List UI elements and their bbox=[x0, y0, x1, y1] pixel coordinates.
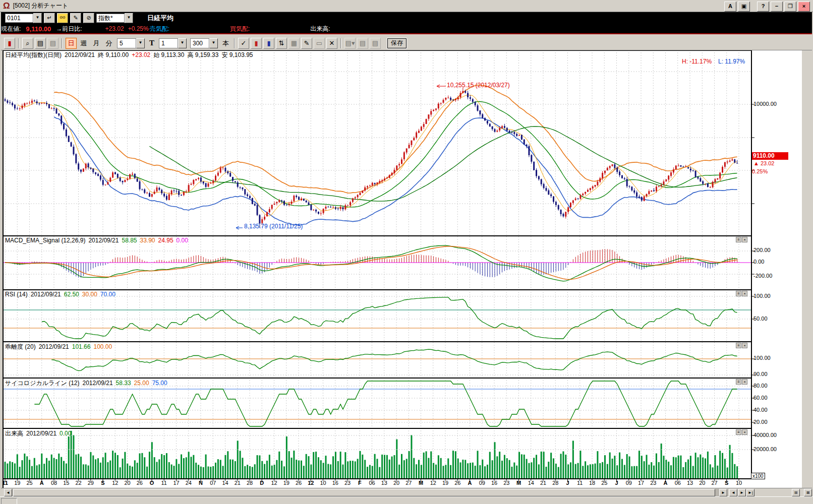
grid-settings-icon[interactable]: ▦ bbox=[288, 38, 300, 49]
current-price-value: 9,110.00 bbox=[26, 25, 51, 33]
x-axis-label: 25 bbox=[23, 480, 36, 486]
index-type-dropdown[interactable]: 指数* ▼ bbox=[96, 14, 133, 23]
scroll-right-icon[interactable]: ► bbox=[719, 489, 727, 496]
delete-drawing-icon[interactable]: ✕ bbox=[326, 38, 337, 49]
x-axis-label: 09 bbox=[476, 480, 489, 486]
binoculars-search-button[interactable]: ΘΘ bbox=[57, 13, 68, 23]
header-value: 終 9,110.00 bbox=[98, 51, 129, 58]
copy-page-icon[interactable]: ▤ bbox=[47, 38, 59, 49]
panel-grid-icon[interactable]: ⊞ bbox=[792, 489, 800, 496]
panel-close-icon[interactable]: × bbox=[742, 429, 747, 435]
step-forward-icon[interactable]: ► bbox=[738, 489, 746, 496]
panel-close-icon[interactable]: × bbox=[742, 343, 747, 348]
cancel-page-button[interactable]: ⊘ bbox=[83, 13, 94, 23]
zoom-icon[interactable]: ⌕ bbox=[22, 38, 33, 49]
panel-settings-icon[interactable]: ≡ bbox=[736, 429, 741, 435]
symbol-code-combo[interactable]: 0101 ▼ bbox=[5, 14, 42, 23]
period-minute-button[interactable]: 分 bbox=[103, 38, 114, 49]
histogram-red-blue-icon[interactable]: ▮ bbox=[251, 38, 262, 49]
chevron-down-icon[interactable]: ▼ bbox=[125, 13, 133, 23]
chevron-down-icon[interactable]: ▼ bbox=[33, 13, 42, 23]
x-axis-label: 23 bbox=[341, 480, 354, 486]
panel-close-icon[interactable]: × bbox=[742, 237, 747, 242]
panel-settings-icon[interactable]: ≡ bbox=[736, 379, 741, 385]
panel-settings-icon[interactable]: ≡ bbox=[736, 291, 741, 296]
scroll-left-icon[interactable]: ◄ bbox=[4, 489, 12, 496]
index-type-value[interactable]: 指数* bbox=[96, 14, 125, 23]
scrollbar-thumb[interactable] bbox=[13, 489, 715, 496]
header-value: 高 9,159.33 bbox=[187, 51, 218, 58]
jump-to-end-icon[interactable]: ►| bbox=[746, 489, 754, 496]
indicator-axis-label: 100.00 bbox=[753, 355, 771, 361]
x-axis-label: 12 bbox=[304, 480, 317, 486]
chevron-down-icon[interactable]: ▼ bbox=[136, 38, 145, 48]
bar-count-dropdown[interactable]: 300 ▼ bbox=[190, 38, 218, 48]
change-label: →前日比: bbox=[56, 25, 82, 33]
indicator-axis-label: 100.00 bbox=[753, 293, 771, 299]
header-value: 2012/09/21 bbox=[65, 51, 95, 58]
indicator-axis-label: 40.00 bbox=[753, 407, 768, 413]
unit-dropdown[interactable]: 1 ▼ bbox=[159, 38, 187, 48]
volume-title: 出来高 bbox=[5, 430, 23, 437]
volume-label: 出来高: bbox=[310, 25, 330, 33]
layout-menu-icon[interactable]: ▤▾ bbox=[344, 38, 356, 49]
header-value: 58.33 bbox=[116, 380, 131, 387]
chevron-down-icon[interactable]: ▼ bbox=[209, 38, 218, 48]
x-axis-label: 26 bbox=[133, 480, 146, 486]
x-axis-label: 17 bbox=[170, 480, 183, 486]
panel-close-icon[interactable]: × bbox=[742, 291, 747, 296]
eraser-icon[interactable]: ▭ bbox=[314, 38, 325, 49]
window-bottom-edge bbox=[0, 496, 813, 504]
period-monthly-button[interactable]: 月 bbox=[91, 38, 102, 49]
panel-settings-icon[interactable]: ≡ bbox=[736, 343, 741, 348]
header-value: 安 9,103.95 bbox=[221, 51, 253, 58]
horizontal-scrollbar[interactable]: ◄ ► ◄ ► ►| ⊞ ⊠ bbox=[1, 488, 812, 497]
histogram-blue-icon[interactable]: ▮ bbox=[263, 38, 274, 49]
x-axis-label: 26 bbox=[451, 480, 464, 486]
x-axis-label: 19 bbox=[439, 480, 452, 486]
new-page-icon[interactable]: ▤ bbox=[35, 38, 46, 49]
minimize-button[interactable]: − bbox=[771, 2, 783, 12]
save-button[interactable]: 保存 bbox=[387, 38, 406, 48]
current-price-badge: 9110.00 bbox=[752, 152, 788, 160]
interval-value[interactable]: 5 bbox=[117, 38, 136, 48]
bars-unit-label: 本 bbox=[222, 39, 229, 48]
font-button[interactable]: A bbox=[724, 2, 736, 12]
draw-pencil-icon[interactable]: ✎ bbox=[301, 38, 312, 49]
crosshair-tool-icon[interactable]: ✓ bbox=[238, 38, 249, 49]
chevron-down-icon[interactable]: ▼ bbox=[178, 38, 187, 48]
edit-page-button[interactable]: ✎ bbox=[70, 13, 81, 23]
step-back-icon[interactable]: ◄ bbox=[729, 489, 737, 496]
sort-arrows-icon[interactable]: ⇅ bbox=[276, 38, 287, 49]
panel-settings-icon[interactable]: ≡ bbox=[736, 237, 741, 242]
panel-close-icon[interactable]: × bbox=[742, 379, 747, 385]
status-box bbox=[1, 498, 17, 504]
x-axis-label: 11 bbox=[0, 480, 12, 486]
window-title: [5002] 分析チャート bbox=[13, 2, 69, 10]
symbol-code-input[interactable]: 0101 bbox=[5, 14, 33, 23]
layout-page-icon[interactable]: ▤ bbox=[357, 38, 368, 49]
copy-icon[interactable]: ▣ bbox=[738, 2, 750, 12]
close-button[interactable]: × bbox=[798, 2, 810, 12]
enter-button[interactable]: ↵ bbox=[44, 13, 55, 23]
restore-button[interactable]: ❐ bbox=[784, 2, 796, 12]
x-axis-label: 19 bbox=[11, 480, 24, 486]
close-panel-icon[interactable]: ⊠ bbox=[804, 489, 812, 496]
layout-page2-icon[interactable]: ▤ bbox=[370, 38, 381, 49]
x-axis-label: 29 bbox=[84, 480, 97, 486]
header-value: 101.66 bbox=[72, 343, 91, 350]
price-chart-canvas[interactable] bbox=[0, 50, 813, 488]
x-axis-labels: 111925A08152229S122026O111724N07142128D1… bbox=[0, 480, 802, 487]
bar-count-value[interactable]: 300 bbox=[190, 38, 209, 48]
x-axis-label: 10 bbox=[732, 480, 745, 486]
interval-dropdown[interactable]: 5 ▼ bbox=[117, 38, 145, 48]
period-daily-button[interactable]: 日 bbox=[66, 38, 77, 49]
high-percent-label: H: -11.17% bbox=[682, 58, 712, 65]
x-axis-label: 11 bbox=[573, 480, 587, 486]
period-weekly-button[interactable]: 週 bbox=[78, 38, 89, 49]
unit-value[interactable]: 1 bbox=[159, 38, 178, 48]
kairi-title: 乖離度 (20) bbox=[5, 343, 36, 350]
candlestick-chart-icon[interactable]: ▮ bbox=[4, 38, 15, 49]
help-button[interactable]: ? bbox=[757, 2, 769, 12]
x-axis-label: S bbox=[96, 480, 109, 486]
